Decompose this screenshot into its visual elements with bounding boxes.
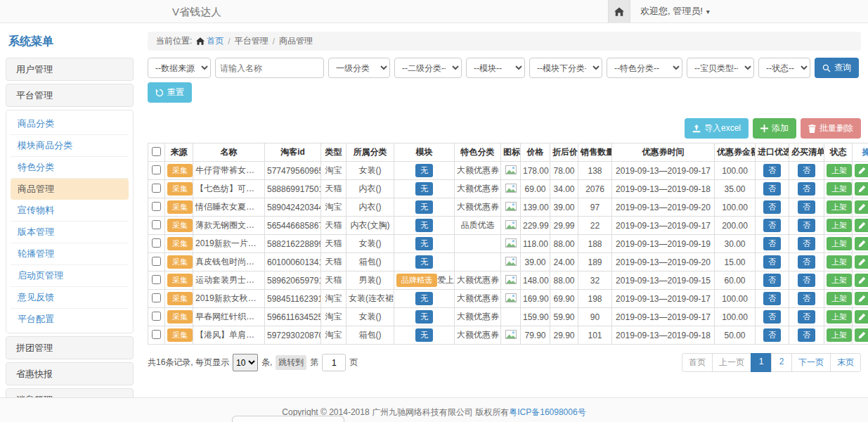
breadcrumb-home-link[interactable]: 首页 xyxy=(196,35,224,47)
name-search-input[interactable] xyxy=(215,58,324,78)
edit-button[interactable] xyxy=(855,328,868,342)
status-button[interactable]: 上架 xyxy=(827,255,852,269)
row-checkbox[interactable] xyxy=(152,184,161,193)
pager-button[interactable]: 1 xyxy=(751,353,772,372)
status-button[interactable]: 上架 xyxy=(827,219,852,232)
import-select-toggle[interactable]: 否 xyxy=(763,237,781,250)
row-checkbox[interactable] xyxy=(152,202,161,211)
status-button[interactable]: 上架 xyxy=(827,274,852,287)
edit-button[interactable] xyxy=(855,182,868,196)
must-buy-toggle[interactable]: 否 xyxy=(798,182,815,196)
filter-select[interactable]: --特色分类-- xyxy=(607,58,682,78)
reset-button[interactable]: 重置 xyxy=(148,82,192,103)
discount-price: 88.00 xyxy=(550,271,578,290)
sidebar-item[interactable]: 启动页管理 xyxy=(11,265,129,287)
coupon-amount: 200.00 xyxy=(715,217,756,235)
sidebar-section-header[interactable]: 拼团管理 xyxy=(6,336,134,359)
sidebar-item[interactable]: 商品分类 xyxy=(11,113,129,135)
import-select-toggle[interactable]: 否 xyxy=(763,182,781,196)
status-button[interactable]: 上架 xyxy=(827,292,852,305)
status-button[interactable]: 上架 xyxy=(827,200,852,214)
filter-select[interactable]: --二级分类-- xyxy=(394,58,462,78)
sidebar-item[interactable]: 特色分类 xyxy=(11,157,129,179)
table-row: 采集【港风】单肩斜跨链条...597293020870淘宝箱包()无大额优惠券7… xyxy=(148,326,868,345)
sidebar-item[interactable]: 商品管理 xyxy=(11,179,129,200)
filter-select[interactable]: --数据来源-- xyxy=(148,58,211,78)
batch-delete-button[interactable]: 批量删除 xyxy=(801,118,861,139)
edit-button[interactable] xyxy=(855,292,868,305)
select-all-checkbox[interactable] xyxy=(152,147,161,156)
row-checkbox[interactable] xyxy=(152,220,161,229)
status-button[interactable]: 上架 xyxy=(827,328,852,342)
page-jump-input[interactable] xyxy=(322,354,346,371)
sidebar-item[interactable]: 平台配置 xyxy=(11,309,129,330)
import-select-toggle[interactable]: 否 xyxy=(763,255,781,269)
must-buy-toggle[interactable]: 否 xyxy=(798,255,815,269)
filter-select[interactable]: 一级分类 xyxy=(328,58,390,78)
must-buy-toggle[interactable]: 否 xyxy=(798,274,815,287)
records-unit: 条, xyxy=(261,357,272,369)
sidebar-section-header[interactable]: 用户管理 xyxy=(6,58,134,81)
status-button[interactable]: 上架 xyxy=(827,237,852,250)
edit-button[interactable] xyxy=(855,274,868,287)
product-name: 情侣睡衣女夏丝绸男士... xyxy=(193,198,265,217)
row-checkbox[interactable] xyxy=(152,238,161,248)
filter-select[interactable]: --模块-- xyxy=(466,58,525,78)
source-badge: 采集 xyxy=(167,164,193,177)
edit-button[interactable] xyxy=(855,237,868,250)
import-select-toggle[interactable]: 否 xyxy=(763,274,781,287)
price: 229.99 xyxy=(521,217,550,235)
row-checkbox[interactable] xyxy=(152,330,161,339)
edit-button[interactable] xyxy=(855,164,868,177)
must-buy-toggle[interactable]: 否 xyxy=(798,200,815,214)
must-buy-toggle[interactable]: 否 xyxy=(798,292,815,305)
import-select-toggle[interactable]: 否 xyxy=(763,310,781,324)
status-button[interactable]: 上架 xyxy=(827,164,852,177)
home-button[interactable] xyxy=(608,0,630,23)
pager-button[interactable]: 下一页 xyxy=(791,353,831,372)
row-checkbox[interactable] xyxy=(152,293,161,302)
user-menu[interactable]: 欢迎您, 管理员! ▾ xyxy=(630,0,720,23)
per-page-select[interactable]: 10 xyxy=(233,354,258,371)
sidebar-item[interactable]: 版本管理 xyxy=(11,222,129,243)
status-button[interactable]: 上架 xyxy=(827,182,852,196)
sidebar-item[interactable]: 轮播管理 xyxy=(11,243,129,265)
filter-select[interactable]: --模块下分类-- xyxy=(529,58,602,78)
must-buy-toggle[interactable]: 否 xyxy=(798,310,815,324)
import-excel-button[interactable]: 导入excel xyxy=(685,118,749,139)
sidebar-item[interactable]: 宣传物料 xyxy=(11,200,129,222)
import-select-toggle[interactable]: 否 xyxy=(763,292,781,305)
pager-button[interactable]: 末页 xyxy=(830,353,861,372)
must-buy-toggle[interactable]: 否 xyxy=(798,328,815,342)
filter-select[interactable]: --宝贝类型-- xyxy=(687,58,754,78)
import-select-toggle[interactable]: 否 xyxy=(763,164,781,177)
edit-button[interactable] xyxy=(855,219,868,232)
edit-button[interactable] xyxy=(855,255,868,269)
edit-button[interactable] xyxy=(855,200,868,214)
sidebar-section-header[interactable]: 消息管理 xyxy=(6,388,134,397)
import-select-toggle[interactable]: 否 xyxy=(763,200,781,214)
sidebar-item[interactable]: 意见反馈 xyxy=(11,287,129,309)
edit-button[interactable] xyxy=(855,310,868,324)
must-buy-toggle[interactable]: 否 xyxy=(798,164,815,177)
row-checkbox[interactable] xyxy=(152,165,161,174)
sidebar-section-header[interactable]: 平台管理 xyxy=(6,84,134,107)
row-checkbox[interactable] xyxy=(152,312,161,321)
must-buy-toggle[interactable]: 否 xyxy=(798,219,815,232)
row-checkbox[interactable] xyxy=(152,275,161,284)
action-row: 导入excel 添加 批量删除 xyxy=(148,118,861,139)
pager-button[interactable]: 2 xyxy=(771,353,792,372)
must-buy-toggle[interactable]: 否 xyxy=(798,237,815,250)
filter-select[interactable]: --状态-- xyxy=(758,58,810,78)
icp-link[interactable]: 粤ICP备16098006号 xyxy=(509,407,585,417)
product-category: 女装() xyxy=(346,162,394,180)
add-button[interactable]: 添加 xyxy=(753,118,796,139)
import-select-toggle[interactable]: 否 xyxy=(763,219,781,232)
row-checkbox[interactable] xyxy=(152,257,161,266)
sidebar-section-header[interactable]: 省惠快报 xyxy=(6,362,134,385)
search-button[interactable]: 查询 xyxy=(815,58,859,78)
import-select-toggle[interactable]: 否 xyxy=(763,328,781,342)
taoke-id: 565446685867 xyxy=(265,217,321,235)
status-button[interactable]: 上架 xyxy=(827,310,852,324)
sidebar-item[interactable]: 模块商品分类 xyxy=(11,135,129,157)
